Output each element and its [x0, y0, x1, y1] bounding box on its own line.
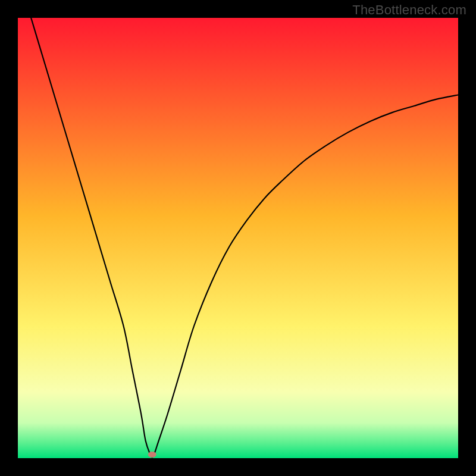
- chart-background: [18, 18, 458, 458]
- optimal-marker: [148, 452, 156, 458]
- bottleneck-chart: [18, 18, 458, 458]
- outer-frame: TheBottleneck.com: [0, 0, 476, 476]
- watermark-text: TheBottleneck.com: [352, 2, 466, 18]
